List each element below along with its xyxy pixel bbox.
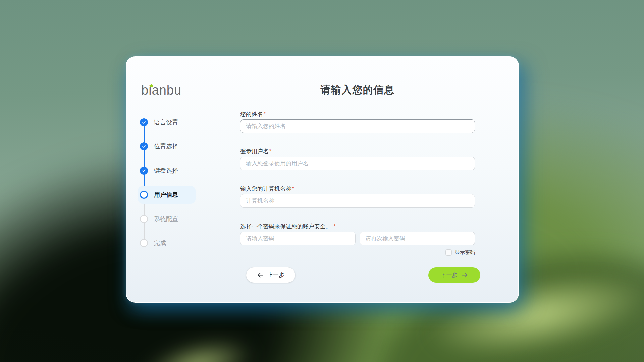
step-label: 系统配置	[154, 215, 178, 223]
bianbu-logo: bianbu	[141, 83, 181, 99]
bianbu-logo-text: bianbu	[141, 83, 181, 97]
step-label: 位置选择	[154, 142, 178, 150]
required-asterisk: *	[269, 148, 271, 154]
step-finish: 完成	[140, 231, 224, 255]
name-field-label: 您的姓名*	[240, 110, 266, 118]
next-step-label: 下一步	[441, 271, 458, 279]
logo-i-dot	[150, 84, 153, 87]
arrow-right-icon	[461, 272, 468, 279]
hostname-field-label-text: 输入您的计算机名称	[240, 186, 291, 192]
step-keyboard-selection: 键盘选择	[140, 159, 224, 183]
page-title: 请输入您的信息	[240, 83, 475, 97]
confirm-password-input[interactable]	[360, 232, 475, 245]
previous-step-button[interactable]: 上一步	[246, 267, 295, 283]
step-done-icon	[140, 118, 148, 126]
show-password-row: 显示密码	[240, 249, 475, 256]
password-input[interactable]	[240, 232, 356, 245]
check-icon	[142, 120, 146, 125]
username-field-label: 登录用户名*	[240, 147, 271, 155]
installer-card: bianbu 请输入您的信息 语言设置 位置选择 键盘选择	[126, 56, 519, 303]
name-input[interactable]	[240, 119, 475, 133]
required-asterisk: *	[334, 223, 336, 229]
hostname-input[interactable]	[240, 194, 475, 208]
show-password-checkbox[interactable]	[445, 249, 452, 256]
step-system-configuration: 系统配置	[140, 207, 224, 231]
previous-step-label: 上一步	[267, 271, 284, 279]
check-icon	[142, 168, 146, 173]
required-asterisk: *	[264, 111, 266, 116]
step-pending-icon	[140, 215, 148, 223]
step-done-icon	[140, 167, 148, 175]
username-field-label-text: 登录用户名	[240, 148, 269, 155]
step-label: 语言设置	[154, 118, 178, 126]
required-asterisk: *	[292, 185, 294, 191]
step-label: 键盘选择	[154, 167, 178, 175]
step-label: 完成	[154, 239, 166, 247]
step-pending-icon	[140, 239, 148, 247]
step-user-information: 用户信息	[140, 183, 224, 207]
password-section-label: 选择一个密码来保证您的账户安全。*	[240, 223, 336, 230]
next-step-button[interactable]: 下一步	[428, 267, 480, 283]
show-password-label: 显示密码	[455, 249, 475, 256]
step-done-icon	[140, 142, 148, 150]
step-current-icon	[140, 191, 148, 199]
step-label: 用户信息	[154, 191, 178, 199]
hostname-field-label: 输入您的计算机名称*	[240, 185, 294, 193]
stepper: 语言设置 位置选择 键盘选择 用户信息 系统配置 完成	[140, 110, 224, 255]
step-language-settings: 语言设置	[140, 110, 224, 134]
arrow-left-icon	[257, 272, 264, 279]
password-section-label-text: 选择一个密码来保证您的账户安全。	[240, 223, 331, 230]
username-input[interactable]	[240, 157, 475, 170]
step-location-selection: 位置选择	[140, 134, 224, 159]
check-icon	[142, 144, 146, 149]
name-field-label-text: 您的姓名	[240, 111, 263, 117]
